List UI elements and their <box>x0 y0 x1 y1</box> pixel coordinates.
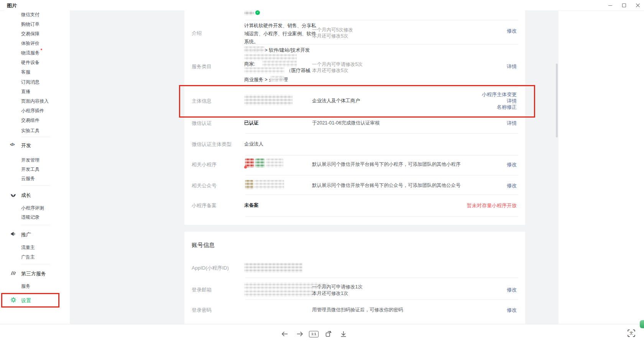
category-line-2: 商家: <box>244 61 255 67</box>
verify-type-label: 微信认证主体类型 <box>192 141 232 148</box>
sidebar-section-promotion[interactable]: 推广 <box>21 231 31 238</box>
actual-size-button[interactable]: 1:1 <box>309 331 319 337</box>
row-divider <box>245 195 518 195</box>
intro-note-1: 一个月内可5次修改 <box>312 27 353 33</box>
row-divider <box>245 155 518 155</box>
filing-label: 小程序备案 <box>192 202 217 209</box>
redacted-email <box>244 290 315 297</box>
red-dot-badge <box>41 49 42 50</box>
redacted-category-block <box>262 61 297 67</box>
account-info-title: 账号信息 <box>192 242 215 249</box>
category-line-3: （医疗器械 <box>286 67 310 74</box>
appid-label: AppID(小程序ID) <box>192 265 229 272</box>
minimize-icon <box>607 2 613 8</box>
redacted-mp-logo-3 <box>266 159 283 168</box>
sidebar-item-mp-evaluation[interactable]: 小程序评测 <box>21 205 44 211</box>
sidebar-item-wechat-pay[interactable]: 微信支付 <box>21 11 39 18</box>
third-party-icon <box>10 270 17 277</box>
download-button[interactable] <box>340 330 347 338</box>
related-oa-label: 相关公众号 <box>192 182 217 189</box>
settings-card <box>184 10 525 225</box>
download-icon <box>340 330 347 338</box>
sidebar-item-trade-guarantee[interactable]: 交易保障 <box>21 31 39 37</box>
related-mp-note: 默认展示同个微信开放平台账号下的小程序，可添加团队的其他小程序 <box>312 161 461 168</box>
sidebar-item-lab-tools[interactable]: 实验工具 <box>21 128 39 134</box>
row-divider <box>245 20 518 20</box>
maximize-button[interactable] <box>619 1 629 10</box>
sidebar-item-trade-component[interactable]: 交易组件 <box>21 117 39 124</box>
ocr-extract-text-button[interactable]: 文 <box>627 329 636 337</box>
rotate-button[interactable] <box>325 330 332 338</box>
titlebar: 图片 <box>0 0 644 11</box>
sidebar-section-growth[interactable]: 成长 <box>21 192 31 199</box>
megaphone-icon <box>10 231 17 238</box>
sprout-icon <box>10 191 17 198</box>
intro-label: 介绍 <box>192 30 202 37</box>
redacted-category-block <box>244 54 297 61</box>
arrow-left-icon <box>281 330 289 338</box>
image-viewer-window: 图片 微信支付 购物订单 交易保障 体验评价 物流服务 硬件设备 客服 订阅消息… <box>0 0 644 342</box>
prev-image-button[interactable] <box>281 330 289 338</box>
row-divider <box>245 175 518 175</box>
ocr-glyph: 文 <box>627 331 636 336</box>
next-image-button[interactable] <box>296 330 304 338</box>
password-modify-link[interactable]: 修改 <box>507 307 517 314</box>
row-divider <box>245 216 518 217</box>
sidebar-item-page-content[interactable]: 页面内容接入 <box>21 98 49 105</box>
category-detail-link[interactable]: 详情 <box>507 63 517 70</box>
redacted-appid <box>244 263 302 273</box>
related-oa-note: 默认展示同个微信开放平台账号下的公众号，可添加团队的其他公众号 <box>312 182 461 189</box>
page-scrollbar[interactable] <box>556 64 558 137</box>
sidebar-item-shop-orders[interactable]: 购物订单 <box>21 21 39 28</box>
row-divider <box>245 299 518 300</box>
verify-detail-link[interactable]: 详情 <box>507 120 517 127</box>
sidebar-divider <box>21 225 50 225</box>
sidebar-divider <box>21 264 50 264</box>
category-note-1: 一个月内可申请修改5次 <box>312 61 363 68</box>
redacted-oa-logo <box>245 180 253 189</box>
email-modify-link[interactable]: 修改 <box>507 286 517 293</box>
sidebar-item-advertiser[interactable]: 广告主 <box>21 254 35 260</box>
category-label: 服务类目 <box>192 63 212 70</box>
sidebar-item-logistics[interactable]: 物流服务 <box>21 50 39 56</box>
filing-value: 未备案 <box>244 202 259 209</box>
sidebar-item-live[interactable]: 直播 <box>21 88 30 95</box>
sidebar-divider <box>21 185 50 186</box>
intro-note-2: 本月还可修改5次 <box>312 33 348 39</box>
redacted-account-name <box>244 11 254 15</box>
category-note-2: 本月还可修改5次 <box>312 67 348 74</box>
login-email-label: 登录邮箱 <box>192 286 212 293</box>
login-password-label: 登录密码 <box>192 307 212 314</box>
intro-modify-link[interactable]: 修改 <box>507 28 517 34</box>
window-title: 图片 <box>7 2 17 9</box>
sidebar-item-subscribe-msg[interactable]: 订阅消息 <box>21 79 39 85</box>
password-note: 用管理员微信扫码验证后，可修改你的密码 <box>312 307 403 313</box>
email-note-1: 一个月内可申请修改1次 <box>312 284 363 290</box>
sidebar-item-violation-log[interactable]: 违规记录 <box>21 214 39 221</box>
related-mp-modify-link[interactable]: 修改 <box>507 161 517 168</box>
intro-value: 计算机软硬件开发、销售、分享私域运营、小程序、行业案例、软件系统。 <box>244 22 318 46</box>
sidebar-item-dev-manage[interactable]: 开发管理 <box>21 157 39 164</box>
sidebar-item-cloud[interactable]: 云服务 <box>21 175 35 182</box>
close-button[interactable] <box>633 1 642 10</box>
related-mp-label: 相关小程序 <box>192 161 217 168</box>
overlay-green-button[interactable] <box>640 320 644 328</box>
sidebar-section-develop[interactable]: 开发 <box>21 142 31 149</box>
sidebar-item-experience-eval[interactable]: 体验评价 <box>21 40 39 47</box>
redacted-category-block <box>244 67 284 74</box>
sidebar-item-service[interactable]: 服务 <box>21 283 30 290</box>
sidebar-section-third-party[interactable]: 第三方服务 <box>21 270 46 277</box>
email-note-2: 本月还可修改1次 <box>312 290 348 297</box>
redacted-mp-logo-2 <box>255 159 264 168</box>
related-oa-modify-link[interactable]: 修改 <box>507 182 517 189</box>
annotation-box-settings <box>1 293 59 308</box>
arrow-right-icon <box>296 330 304 338</box>
sidebar-item-mp-plugin[interactable]: 小程序插件 <box>21 108 44 114</box>
sidebar-item-traffic-owner[interactable]: 流量主 <box>21 244 35 251</box>
notification-dot <box>244 166 247 169</box>
minimize-button[interactable] <box>606 1 615 10</box>
sidebar-item-customer-service[interactable]: 客服 <box>21 69 30 75</box>
sidebar-item-dev-tools[interactable]: 开发工具 <box>21 166 39 173</box>
rotate-icon <box>325 330 332 338</box>
sidebar-item-hardware[interactable]: 硬件设备 <box>21 59 39 66</box>
